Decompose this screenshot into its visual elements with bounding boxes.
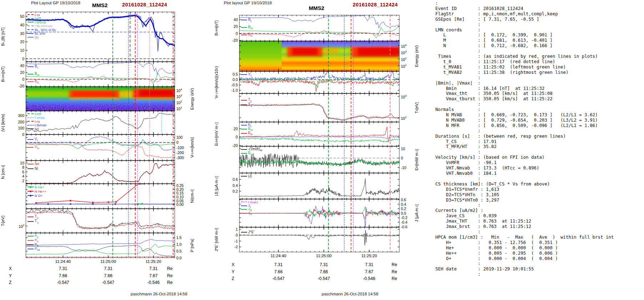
y-axis-label: J*E' [nW m-3] [213,227,219,252]
y-tick-label: 50 [8,14,24,19]
x-tick-label: 11:25:20 [141,259,166,264]
legend-label: Ptot [35,246,40,251]
series-marker [141,203,143,205]
dot-line-sample [27,125,34,126]
legend-entry: N O+ [27,193,46,198]
middle-footer-credit: paschmann 26-Oct-2018 14:58 [322,292,378,296]
series-marker [70,203,71,205]
y-tick-label: 20 [8,70,24,75]
position-row-label: Z [232,276,234,281]
legend-entry: t cs [27,120,46,123]
y-axis-label: BL,|B| [nT] [0,12,6,62]
left-minor-ion-density-panel-legend: N He+N He++N O+ [27,185,46,198]
left-blmn-panel [26,62,175,87]
legend-entry: BN [241,31,253,39]
line-sample [27,221,34,222]
position-unit: Re [392,262,397,267]
legend-entry: BM [27,70,39,78]
legend-label: BM [35,72,39,77]
legend-label: |V| [35,127,39,131]
line-sample [27,236,34,237]
line-sample [27,244,34,245]
y-tick-label: 300 [8,113,24,118]
legend-entry: t HT [27,112,46,116]
position-value: -0.547 [96,280,120,285]
position-unit: Re [167,273,172,278]
marker-dot [30,190,31,192]
legend-entry: t vmax [27,116,46,120]
left-density-panel-legend: NeNi [27,162,39,171]
legend-label: BN [35,79,39,84]
series-marker [47,203,49,205]
line-sample [241,209,247,210]
middle-jdote-panel-legend: J*E' [241,230,254,234]
dash-line-sample [27,121,34,122]
marker-dot [30,186,31,188]
y-tick-label: 0.4 [221,183,238,188]
line-sample [27,22,34,22]
position-value: 7.31 [312,262,336,267]
legend-entry: |V| [27,127,46,131]
line-sample [27,195,34,196]
y-tick-label: -20 [8,84,24,88]
series-marker [114,203,116,205]
y-tick-label: 4 [8,174,24,178]
y-tick-label: 40 [8,63,24,68]
legend-entry: EN [241,131,253,136]
position-value: 7.66 [96,273,120,278]
position-unit: Re [392,269,397,274]
position-unit: Re [392,276,397,281]
line-sample [241,213,247,214]
legend-entry: |B| [27,35,56,39]
legend-entry: BM [241,24,253,31]
right-axis-label: Energy (eV) [414,41,419,71]
left-pressure-panel [26,233,175,258]
legend-label: N O+ [35,194,42,198]
legend-entry: BL [27,63,39,70]
position-value: 7.31 [96,266,120,271]
line-sample [27,187,34,187]
dot-line-sample [27,117,34,118]
legend-entry: EM [241,152,262,156]
left-footer-credit: paschmann 26-Oct-2018 14:58 [131,292,187,296]
middle-te-panel-legend: T||T⊥ [241,98,253,107]
line-sample [27,37,34,38]
legend-label: N He++ [35,189,46,193]
y-tick-label: 0 [221,135,238,139]
legend-entry: T|| [241,98,253,102]
line-sample [27,240,34,241]
line-sample [241,205,247,206]
y-axis-label: BLMN [nT] [0,62,6,87]
y-tick-label: 100 [8,126,24,130]
y-tick-label: -0.5 [221,83,238,87]
middle-jmag-panel-legend: |J| [241,174,252,178]
position-value: -0.546 [141,280,166,285]
y-tick-label: 10 [8,48,24,52]
position-value: 7.31 [357,262,381,267]
right-axis-label: Energy (eV) [189,87,195,111]
y-axis-label: |Vi| [km/s] [0,111,6,134]
middle-event-id-title: 20161028_112424 [353,2,398,7]
x-tick-label: 11:24:40 [266,254,291,258]
legend-label: T⊥ [35,219,39,224]
middle-jdote-panel [239,227,399,252]
left-vlmn-panel-legend: VLVN [27,136,39,151]
legend-label: T⊥ [248,102,253,107]
left-event-id-title: 20161028_112424 [122,2,167,7]
legend-label: VN [35,145,39,150]
y-tick-label: 200 [8,120,24,124]
middle-elmn-panel [239,122,399,146]
legend-entry: Ptot [27,247,40,251]
dash-line-sample [27,18,34,19]
left-vi-panel [26,111,175,134]
legend-label: VL [248,72,252,77]
y-tick-label: -20 [221,38,238,42]
middle-blmn-panel [239,15,399,41]
y-tick-label: 0 [221,31,238,36]
legend-entry: J*E' [241,230,254,234]
series-marker [70,200,71,202]
legend-label: VL [35,137,39,142]
y-tick-label: 20 [221,127,238,131]
legend-label: BM [248,25,253,30]
y-tick-label: 0.2 [221,189,238,193]
